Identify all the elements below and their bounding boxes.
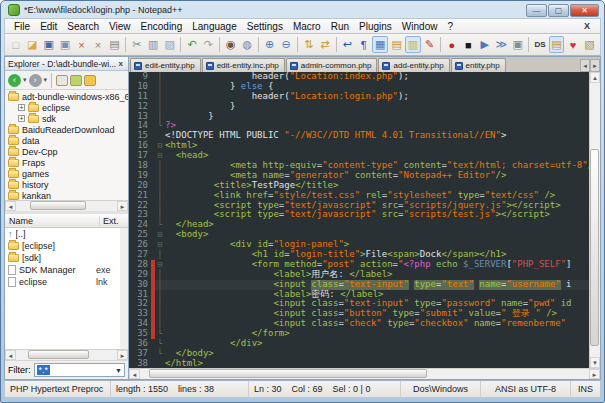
file-row[interactable]: [sdk] (5, 252, 120, 264)
fold-margin-icon[interactable]: ⊟ (155, 240, 165, 250)
tree-item-adt-bundle-windows-x86-64-2[interactable]: adt-bundle-windows-x86_64-2 (5, 91, 128, 102)
scroll-thumb[interactable] (30, 201, 86, 210)
word-wrap-icon[interactable]: ↩ (340, 36, 355, 53)
tab-scroll-right-arrow[interactable]: ► (590, 59, 600, 72)
stop-macro-icon[interactable]: ■ (461, 36, 476, 53)
menu-language[interactable]: Language (187, 21, 242, 32)
code-line[interactable]: 38</html> (129, 359, 589, 368)
back-button[interactable]: ‹ (8, 74, 21, 87)
explorer-close-button[interactable]: x (117, 59, 125, 68)
scroll-down-arrow[interactable]: ▼ (590, 357, 600, 368)
show-indent-guide-icon[interactable]: ▦ (372, 36, 387, 53)
tree-expander-icon[interactable]: + (18, 104, 25, 111)
menu-settings[interactable]: Settings (242, 21, 288, 32)
menu-window[interactable]: Window (397, 21, 443, 32)
ext-column-header[interactable]: Ext. (100, 216, 128, 226)
undo-icon[interactable]: ↶ (184, 36, 199, 53)
editor-vertical-scrollbar[interactable]: ▲ ▼ (589, 72, 600, 368)
scroll-left-arrow[interactable]: ◄ (5, 350, 16, 360)
close-all-icon[interactable]: × (90, 36, 105, 53)
file-row[interactable]: ↑[..] (5, 228, 120, 240)
show-all-characters-icon[interactable]: ¶ (356, 36, 371, 53)
forward-button[interactable]: › (29, 74, 42, 87)
scroll-right-arrow[interactable]: ► (589, 369, 600, 379)
menu-search[interactable]: Search (62, 21, 104, 32)
fold-margin-icon[interactable]: ⊟ (155, 230, 165, 240)
monitoring-icon[interactable]: ✎ (422, 36, 437, 53)
copy-icon[interactable]: ▥ (145, 36, 160, 53)
sync-horizontal-icon[interactable]: ⇄ (317, 36, 332, 53)
tab-edit-entity-php[interactable]: edit-entity.php (130, 58, 201, 72)
forward-dropdown[interactable]: ▾ (44, 76, 48, 84)
code-line[interactable]: 13│ } (129, 112, 589, 122)
close-icon[interactable]: × (74, 36, 89, 53)
fold-margin-icon[interactable]: ⊟ (155, 141, 165, 151)
cut-icon[interactable]: ✂ (129, 36, 144, 53)
explorer-plugin-icon[interactable]: ▤ (549, 36, 564, 53)
name-column-header[interactable]: Name (5, 216, 100, 226)
status-insert-mode[interactable]: INS (571, 381, 600, 397)
function-list-icon[interactable]: ▥ (405, 36, 420, 53)
zoom-in-icon[interactable]: ⊕ (262, 36, 277, 53)
status-encoding[interactable]: ANSI as UTF-8 (481, 381, 571, 397)
maximize-button[interactable]: ▢ (548, 4, 569, 17)
run-macro-multiple-icon[interactable]: ≫ (493, 36, 508, 53)
menu-[interactable]: ? (442, 21, 458, 32)
plugin-misc-icon[interactable]: ▧ (582, 36, 597, 53)
status-eol-format[interactable]: Dos\Windows (401, 381, 481, 397)
scroll-thumb[interactable] (149, 369, 427, 378)
list-horizontal-scrollbar[interactable]: ◄ ► (5, 349, 128, 360)
scroll-thumb[interactable] (590, 149, 599, 346)
scroll-right-arrow[interactable]: ► (117, 201, 128, 211)
tree-item-dev-cpp[interactable]: Dev-Cpp (5, 146, 128, 157)
file-row[interactable]: SDK Managerexe (5, 264, 120, 276)
tab-add-entity-php[interactable]: add-entity.php (378, 58, 449, 72)
tree-horizontal-scrollbar[interactable]: ◄ ► (5, 200, 128, 211)
tree-expander-icon[interactable]: + (18, 115, 25, 122)
tree-item-sdk[interactable]: +sdk (5, 113, 128, 124)
menu-plugins[interactable]: Plugins (354, 21, 397, 32)
tree-item-eclipse[interactable]: +eclipse (5, 102, 128, 113)
minimize-button[interactable]: — (526, 4, 547, 17)
doc-switcher-icon[interactable]: DS (532, 36, 547, 53)
scroll-up-arrow[interactable]: ▲ (590, 72, 600, 83)
sync-vertical-icon[interactable]: ⇅ (301, 36, 316, 53)
sync-folder-icon[interactable] (70, 75, 82, 86)
menu-edit[interactable]: Edit (35, 21, 62, 32)
filter-dropdown[interactable]: *.* ▼ (34, 363, 126, 377)
tree-item-games[interactable]: games (5, 168, 128, 179)
menu-macro[interactable]: Macro (288, 21, 326, 32)
new-doc-icon[interactable] (56, 75, 68, 86)
fold-margin-icon[interactable]: ⊟ (155, 260, 165, 270)
compare-plugin-icon[interactable]: ♥ (565, 36, 580, 53)
tree-item-baidureaderdownload[interactable]: BaiduReaderDownload (5, 124, 128, 135)
tab-entity-php[interactable]: entity.php (451, 58, 506, 72)
paste-icon[interactable]: ▧ (162, 36, 177, 53)
fold-margin-icon[interactable]: ⊟ (155, 151, 165, 161)
scroll-right-arrow[interactable]: ► (117, 350, 128, 360)
record-macro-icon[interactable]: ● (444, 36, 459, 53)
tree-item-kankan[interactable]: kankan (5, 190, 128, 200)
close-button[interactable]: ✕ (570, 4, 599, 17)
code-line[interactable]: 15<!DOCTYPE HTML PUBLIC "-//W3C//DTD HTM… (129, 131, 589, 141)
open-file-icon[interactable]: ◪ (24, 36, 39, 53)
zoom-out-icon[interactable]: ⊖ (278, 36, 293, 53)
menu-run[interactable]: Run (326, 21, 354, 32)
tree-item-fraps[interactable]: Fraps (5, 157, 128, 168)
file-row[interactable]: eclipselnk (5, 276, 120, 288)
back-dropdown[interactable]: ▾ (23, 76, 27, 84)
code-editor[interactable]: 9│ header("Location:index.php");10│ } el… (129, 72, 589, 368)
redo-icon[interactable]: ↷ (201, 36, 216, 53)
scroll-left-arrow[interactable]: ◄ (5, 201, 16, 211)
file-row[interactable]: [eclipse] (5, 240, 120, 252)
new-file-icon[interactable]: □ (8, 36, 23, 53)
print-icon[interactable]: ▤ (107, 36, 122, 53)
play-macro-icon[interactable]: ▶ (477, 36, 492, 53)
find-icon[interactable]: ◉ (223, 36, 238, 53)
save-all-icon[interactable]: ▣ (57, 36, 72, 53)
scroll-left-arrow[interactable]: ◄ (129, 369, 140, 379)
tab-scroll-left-arrow[interactable]: ◄ (580, 59, 590, 72)
doc-map-icon[interactable]: ▤ (389, 36, 404, 53)
scroll-thumb[interactable] (28, 350, 89, 359)
menu-file[interactable]: File (9, 21, 35, 32)
